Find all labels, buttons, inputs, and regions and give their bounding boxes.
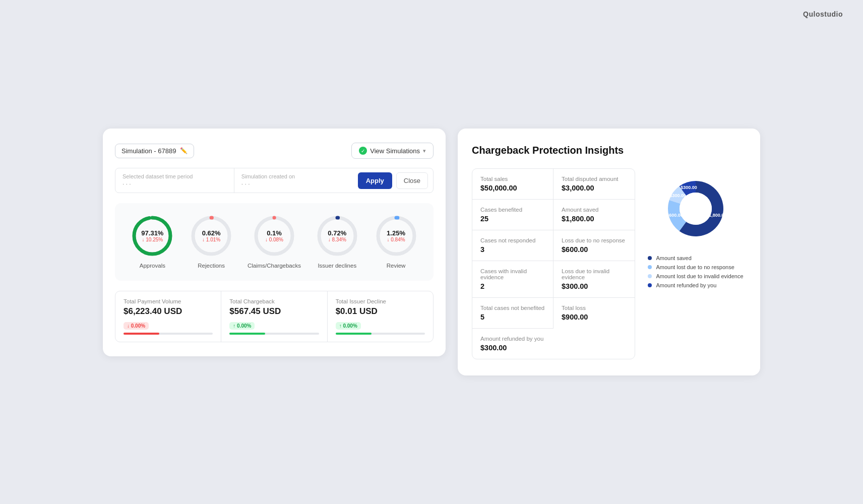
legend-item-3: Amount refunded by you xyxy=(648,282,743,288)
insight-label-10: Amount refunded by you xyxy=(480,336,627,342)
circle-container-issuer_declines: 0.72% ↓ 8.34% xyxy=(315,213,360,259)
insight-cell-8: Total cases not benefited 5 xyxy=(472,298,553,329)
left-header: Simulation - 67889 ✏️ ✓ View Simulations… xyxy=(115,143,434,159)
stat-card-1: Total Chargeback $567.45 USD ↑ 0.00% xyxy=(221,291,327,342)
insight-label-2: Cases benefited xyxy=(480,207,545,213)
insight-value-5: $600.00 xyxy=(562,245,627,254)
check-circle-icon: ✓ xyxy=(359,147,367,155)
insight-cell-9: Total loss $900.00 xyxy=(553,298,635,329)
legend-label-3: Amount refunded by you xyxy=(656,282,716,288)
circle-container-rejections: 0.62% ↓ 1.01% xyxy=(189,213,234,259)
circle-inner-issuer_declines: 0.72% ↓ 8.34% xyxy=(328,229,346,242)
date-label-created: Simulation created on xyxy=(241,173,346,179)
panel-title: Chargeback Protection Insights xyxy=(472,145,746,156)
insight-value-8: 5 xyxy=(480,313,545,321)
stat-value-1: $567.45 USD xyxy=(229,306,319,317)
insight-cell-5: Loss due to no response $600.00 xyxy=(553,230,635,261)
insight-cell-1: Total disputed amount $3,000.00 xyxy=(553,169,635,200)
insight-value-0: $50,000.00 xyxy=(480,184,545,192)
metric-label-rejections: Rejections xyxy=(198,263,225,269)
metric-label-chargebacks: Claims/Chargebacks xyxy=(248,263,301,269)
apply-button[interactable]: Apply xyxy=(358,172,392,189)
app-logo: Qulostudio xyxy=(803,10,843,18)
stat-badge-1: ↑ 0.00% xyxy=(229,322,255,330)
circle-change-review: ↓ 0.84% xyxy=(387,237,405,242)
insight-value-4: 3 xyxy=(480,245,545,254)
legend-dot-2 xyxy=(648,274,652,278)
circle-percent-issuer_declines: 0.72% xyxy=(328,229,346,237)
insight-label-4: Cases not responded xyxy=(480,237,545,243)
stat-card-0: Total Payment Volume $6,223.40 USD ↓ 0.0… xyxy=(115,291,221,342)
metric-label-review: Review xyxy=(387,263,406,269)
legend-label-1: Amount lost due to no response xyxy=(656,264,734,270)
insight-cell-3: Amount saved $1,800.00 xyxy=(553,200,635,230)
right-panel: Chargeback Protection Insights Total sal… xyxy=(458,129,760,375)
circle-container-chargebacks: 0.1% ↓ 0.08% xyxy=(252,213,297,259)
insight-cell-4: Cases not responded 3 xyxy=(472,230,553,261)
circle-change-approvals: ↓ 10.25% xyxy=(141,237,163,242)
edit-icon[interactable]: ✏️ xyxy=(180,147,188,154)
donut-chart: $1,800.00$600.00$300.00$300.00 xyxy=(655,168,736,249)
circle-percent-chargebacks: 0.1% xyxy=(265,229,283,237)
date-label-period: Selected dataset time period xyxy=(122,173,227,179)
insight-value-10: $300.00 xyxy=(480,344,627,352)
date-field-period[interactable]: Selected dataset time period · · · xyxy=(115,168,234,193)
circle-inner-review: 1.25% ↓ 0.84% xyxy=(387,229,405,242)
legend-dot-1 xyxy=(648,265,652,269)
stat-title-0: Total Payment Volume xyxy=(124,298,213,304)
stat-bar-1 xyxy=(229,333,319,335)
insight-cell-7: Loss due to invalid evidence $300.00 xyxy=(553,261,635,298)
metric-review: 1.25% ↓ 0.84% Review xyxy=(374,213,419,269)
circle-change-issuer_declines: ↓ 8.34% xyxy=(328,237,346,242)
circle-inner-rejections: 0.62% ↓ 1.01% xyxy=(202,229,221,242)
close-button[interactable]: Close xyxy=(396,172,428,189)
metric-rejections: 0.62% ↓ 1.01% Rejections xyxy=(189,213,234,269)
legend-dot-3 xyxy=(648,283,652,287)
insight-label-3: Amount saved xyxy=(562,207,627,213)
circle-inner-chargebacks: 0.1% ↓ 0.08% xyxy=(265,229,283,242)
legend-dot-0 xyxy=(648,256,652,260)
simulation-name: Simulation - 67889 xyxy=(121,147,176,155)
legend-item-2: Amount lost due to invalid evidence xyxy=(648,273,743,279)
donut-label-3: $300.00 xyxy=(681,185,697,190)
legend-item-0: Amount saved xyxy=(648,255,743,261)
stat-title-1: Total Chargeback xyxy=(229,298,319,304)
insight-label-8: Total cases not benefited xyxy=(480,305,545,311)
date-row: Selected dataset time period · · · Simul… xyxy=(115,168,434,193)
insight-label-0: Total sales xyxy=(480,176,545,182)
circle-change-chargebacks: ↓ 0.08% xyxy=(265,237,283,242)
view-simulations-button[interactable]: ✓ View Simulations ▾ xyxy=(351,143,434,159)
insight-label-9: Total loss xyxy=(562,305,627,311)
insight-label-7: Loss due to invalid evidence xyxy=(562,268,627,280)
stat-value-2: $0.01 USD xyxy=(336,306,425,317)
chevron-down-icon: ▾ xyxy=(423,148,426,154)
insight-cell-2: Cases benefited 25 xyxy=(472,200,553,230)
stat-bar-0 xyxy=(124,333,213,335)
stat-card-2: Total Issuer Decline $0.01 USD ↑ 0.00% xyxy=(328,291,433,342)
circle-percent-approvals: 97.31% xyxy=(141,229,163,237)
donut-legend: Amount saved Amount lost due to no respo… xyxy=(648,255,743,288)
metric-label-issuer_declines: Issuer declines xyxy=(318,263,356,269)
date-field-created[interactable]: Simulation created on · · · xyxy=(234,168,353,193)
insight-cell-6: Cases with invalid evidence 2 xyxy=(472,261,553,298)
legend-label-2: Amount lost due to invalid evidence xyxy=(656,273,743,279)
circle-container-review: 1.25% ↓ 0.84% xyxy=(374,213,419,259)
right-content: Total sales $50,000.00 Total disputed am… xyxy=(472,168,746,359)
stat-badge-0: ↓ 0.00% xyxy=(124,322,149,330)
insight-label-5: Loss due to no response xyxy=(562,237,627,243)
metrics-container: 97.31% ↓ 10.25% Approvals 0.62% ↓ 1.01% … xyxy=(115,203,434,281)
donut-label-2: $300.00 xyxy=(670,193,687,198)
metric-issuer_declines: 0.72% ↓ 8.34% Issuer declines xyxy=(315,213,360,269)
insight-cell-10: Amount refunded by you $300.00 xyxy=(472,329,635,359)
circle-percent-review: 1.25% xyxy=(387,229,405,237)
circles-row: 97.31% ↓ 10.25% Approvals 0.62% ↓ 1.01% … xyxy=(123,213,425,269)
insight-value-2: 25 xyxy=(480,215,545,223)
donut-container: $1,800.00$600.00$300.00$300.00 Amount sa… xyxy=(645,168,746,359)
insights-grid: Total sales $50,000.00 Total disputed am… xyxy=(472,168,635,359)
stat-value-0: $6,223.40 USD xyxy=(124,306,213,317)
metric-chargebacks: 0.1% ↓ 0.08% Claims/Chargebacks xyxy=(248,213,301,269)
insight-cell-0: Total sales $50,000.00 xyxy=(472,169,553,200)
insight-label-6: Cases with invalid evidence xyxy=(480,268,545,280)
metric-label-approvals: Approvals xyxy=(140,263,165,269)
date-value-period: · · · xyxy=(122,180,227,187)
